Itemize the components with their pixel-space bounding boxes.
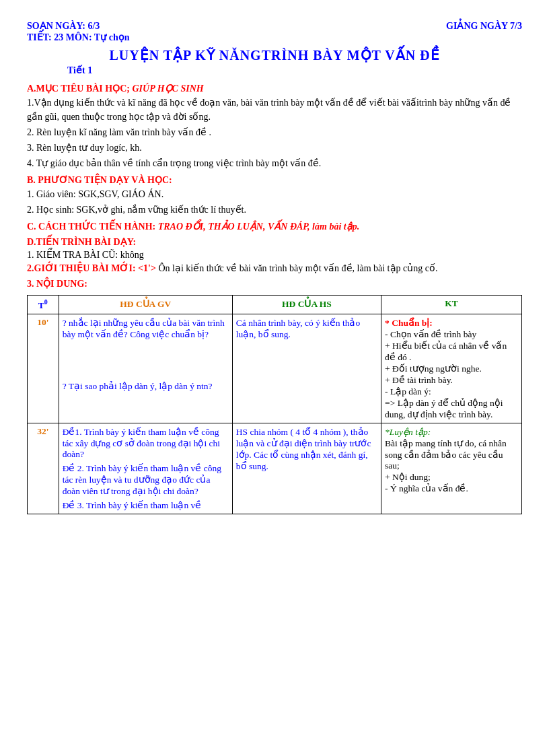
section-a: A.MỤC TIÊU BÀI HỌC; GIÚP HỌC SINH 1.Vận …	[27, 83, 522, 170]
kt-cell-1: * Chuẩn bị: - Chọn vấn đề trình bày + Hi…	[381, 314, 522, 423]
section-d-heading: D.TIẾN TRÌNH BÀI DẠY:	[27, 236, 522, 248]
section-a-heading: A.MỤC TIÊU BÀI HỌC; GIÚP HỌC SINH	[27, 83, 204, 94]
a-item-4: 4. Tự giáo dục bản thân về tính cẩn trọn…	[27, 156, 522, 170]
a-item-1: 1.Vận dụng kiến thức và kĩ năng đã học v…	[27, 96, 522, 124]
gv-cell-1: ? nhắc lại những yêu cầu của bài văn trì…	[59, 314, 232, 423]
header: SOẠN NGÀY: 6/3 GIẢNG NGÀY 7/3 TIẾT: 23 M…	[27, 20, 522, 43]
section-c-heading: C. CÁCH THỨC TIẾN HÀNH: TRAO ĐỔI, THẢO L…	[27, 221, 522, 232]
gv-cell-2: Đề1. Trình bày ý kiến tham luận về công …	[59, 423, 232, 514]
kt-cell-2: *Luyện tập: Bài tập mang tính tự do, cá …	[381, 423, 522, 514]
th-hs: HĐ CỦA HS	[232, 296, 381, 314]
hs-cell-2: HS chia nhóm ( 4 tổ 4 nhóm ), thảo luận …	[232, 423, 381, 514]
content-table: T0 HĐ CỦA GV HĐ CỦA HS KT 10' ? nhắc lại…	[27, 295, 522, 514]
section-b-heading: B. PHƯƠNG TIỆN DẠY VÀ HỌC:	[27, 174, 522, 186]
time-cell-2: 32'	[28, 423, 59, 514]
main-title: LUYỆN TẬP KỸ NĂNGTRÌNH BÀY MỘT VẤN ĐỀ	[27, 47, 522, 63]
th-kt: KT	[381, 296, 522, 314]
th-t: T0	[28, 296, 59, 314]
d-item-2: 2.GIỚI THIỆU BÀI MỚI: <1'> Ôn lại kiến t…	[27, 263, 522, 274]
section-c: C. CÁCH THỨC TIẾN HÀNH: TRAO ĐỔI, THẢO L…	[27, 221, 522, 232]
d-item-3: 3. NỘI DUNG:	[27, 278, 522, 289]
section-d: D.TIẾN TRÌNH BÀI DẠY: 1. KIỂM TRA BÀI CŨ…	[27, 236, 522, 289]
section-b: B. PHƯƠNG TIỆN DẠY VÀ HỌC: 1. Giáo viên:…	[27, 174, 522, 217]
d-item-1: 1. KIỂM TRA BÀI CŨ: không	[27, 249, 522, 261]
a-item-3: 3. Rèn luyện tư duy logíc, kh.	[27, 141, 522, 155]
b-item-1: 1. Giáo viên: SGK,SGV, GIÁO ÁN.	[27, 187, 522, 201]
hs-cell-1: Cá nhân trình bày, có ý kiến thảo luận, …	[232, 314, 381, 423]
th-gv: HĐ CỦA GV	[59, 296, 232, 314]
table-row: 32' Đề1. Trình bày ý kiến tham luận về c…	[28, 423, 522, 514]
a-item-2: 2. Rèn luyện kĩ năng làm văn trình bày v…	[27, 125, 522, 139]
giang-ngay: GIẢNG NGÀY 7/3	[446, 20, 522, 32]
tiet-sub: Tiết 1	[67, 65, 522, 76]
tiet-line: TIẾT: 23 MÔN: Tự chọn	[27, 32, 522, 43]
soan-ngay: SOẠN NGÀY: 6/3	[27, 20, 100, 32]
b-item-2: 2. Học sinh: SGK,vở ghi, nắm vững kiến t…	[27, 203, 522, 217]
time-cell-1: 10'	[28, 314, 59, 423]
table-row: 10' ? nhắc lại những yêu cầu của bài văn…	[28, 314, 522, 423]
